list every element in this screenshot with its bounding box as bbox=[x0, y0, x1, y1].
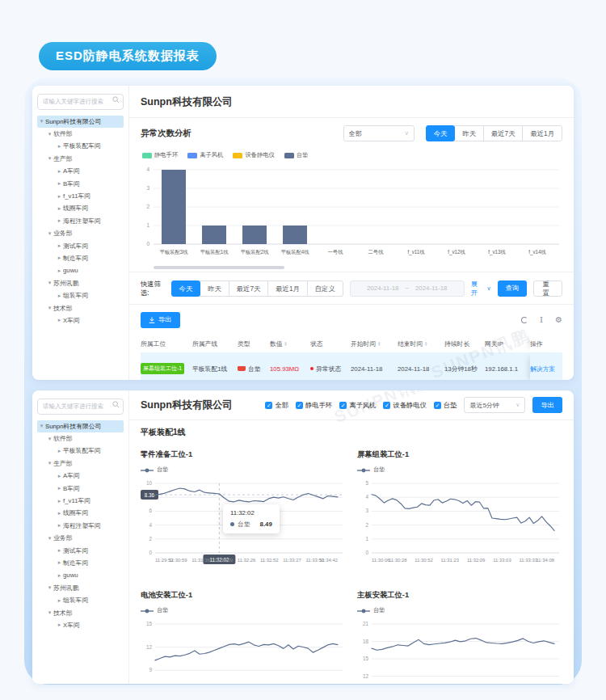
row-height-icon[interactable]: I bbox=[540, 316, 543, 324]
sort-icon[interactable]: ▲▼ bbox=[424, 341, 427, 346]
tree-item-15[interactable]: ▾技术部 bbox=[37, 302, 124, 314]
chart-legend-item[interactable]: 台垫 bbox=[141, 464, 346, 474]
cell-type: 台垫 bbox=[238, 365, 270, 373]
panel1-content: Sunpn科技有限公司 异常次数分析 全部 ∨ 今天昨天最近7天最近1月 静电手… bbox=[129, 86, 574, 380]
search-input[interactable] bbox=[37, 94, 124, 110]
tree-item-4[interactable]: ▸A车间 bbox=[37, 165, 124, 177]
filter-button-2[interactable]: 最近7天 bbox=[229, 280, 269, 297]
tree-item-2[interactable]: ▸平板装配车间 bbox=[37, 445, 124, 457]
legend-swatch bbox=[284, 153, 294, 158]
col-header-6[interactable]: 结束时间▲▼ bbox=[398, 339, 444, 348]
tree-item-11[interactable]: ▸制造车间 bbox=[37, 252, 124, 264]
tree-item-0[interactable]: ▾Sunpn科技有限公司 bbox=[37, 420, 124, 432]
range-button-3[interactable]: 最近1月 bbox=[522, 125, 562, 141]
col-header-5[interactable]: 开始时间▲▼ bbox=[351, 339, 398, 348]
interval-select[interactable]: 最近5分钟 ∨ bbox=[464, 397, 525, 413]
tree-item-1[interactable]: ▾软件部 bbox=[37, 432, 124, 445]
tree-item-5[interactable]: ▸B车间 bbox=[37, 177, 124, 189]
table-row[interactable]: 屏幕组装工位-1 平板装配1线 台垫 105.93MΩ 异常状态 2024-11… bbox=[141, 352, 562, 380]
checkbox-3[interactable]: ✓设备静电仪 bbox=[383, 401, 426, 410]
tree-item-6[interactable]: ▸f_v11车间 bbox=[37, 190, 124, 202]
chart-legend-item[interactable]: 台垫 bbox=[141, 605, 346, 615]
range-button-1[interactable]: 昨天 bbox=[454, 125, 484, 141]
refresh-icon[interactable] bbox=[521, 317, 528, 323]
svg-text:12: 12 bbox=[363, 673, 369, 679]
tree-item-12[interactable]: ▸guwu bbox=[37, 264, 124, 276]
tree-item-13[interactable]: ▾苏州讯鹏 bbox=[37, 277, 124, 289]
svg-text:11:30:06: 11:30:06 bbox=[372, 558, 390, 563]
legend-item-2[interactable]: 设备静电仪 bbox=[233, 151, 274, 159]
export-button[interactable]: 导出 bbox=[141, 312, 180, 328]
tree-item-7[interactable]: ▸线圈车间 bbox=[37, 202, 124, 214]
org-sidebar-2: ▾Sunpn科技有限公司▾软件部▸平板装配车间▾生产部▸A车间▸B车间▸f_v1… bbox=[32, 390, 129, 684]
svg-text:0: 0 bbox=[146, 241, 149, 247]
tree-item-9[interactable]: ▾业务部 bbox=[37, 227, 124, 239]
checkbox-2[interactable]: ✓离子风机 bbox=[339, 401, 376, 410]
tree-item-9[interactable]: ▾业务部 bbox=[37, 532, 124, 544]
checkbox-0[interactable]: ✓全部 bbox=[265, 401, 288, 410]
tree-item-13[interactable]: ▾苏州讯鹏 bbox=[37, 582, 124, 594]
expand-link[interactable]: 展开∨ bbox=[471, 280, 491, 297]
tree-item-1[interactable]: ▾软件部 bbox=[37, 128, 124, 140]
reset-button[interactable]: 重置 bbox=[533, 280, 562, 297]
tree-item-8[interactable]: ▸海程注塑车间 bbox=[37, 520, 124, 532]
checkbox-4[interactable]: ✓台垫 bbox=[434, 401, 457, 410]
export-button-2[interactable]: 导出 bbox=[532, 397, 562, 413]
sort-icon[interactable]: ▲▼ bbox=[284, 341, 288, 346]
filter-button-3[interactable]: 最近1月 bbox=[267, 280, 308, 297]
query-button[interactable]: 查询 bbox=[498, 280, 528, 297]
caret-down-icon: ▾ bbox=[46, 280, 53, 286]
cell-line: 平板装配1线 bbox=[192, 365, 238, 373]
line-chart-mainboard: 912151821 bbox=[357, 619, 562, 684]
tree-item-label: 业务部 bbox=[53, 229, 72, 238]
svg-text:0: 0 bbox=[365, 550, 368, 555]
sort-icon[interactable]: ▲▼ bbox=[377, 341, 381, 346]
tree-item-10[interactable]: ▸测试车间 bbox=[37, 544, 124, 556]
panel2-controls: ✓全部✓静电手环✓离子风机✓设备静电仪✓台垫 最近5分钟 ∨ 导出 bbox=[265, 397, 562, 413]
gear-icon[interactable]: ⚙ bbox=[555, 316, 562, 324]
line-chart-parts: 11:32:02 台垫8.49 02468108.3611:32:0211:29… bbox=[141, 479, 346, 569]
filter-button-1[interactable]: 昨天 bbox=[200, 280, 229, 297]
tree-item-12[interactable]: ▸guwu bbox=[37, 569, 124, 581]
tree-item-0[interactable]: ▾Sunpn科技有限公司 bbox=[37, 116, 124, 128]
tree-item-3[interactable]: ▾生产部 bbox=[37, 458, 124, 470]
col-header-3[interactable]: 数值▲▼ bbox=[270, 339, 310, 348]
svg-text:4: 4 bbox=[146, 167, 149, 172]
chart-scrollbar[interactable] bbox=[154, 266, 284, 269]
tree-item-7[interactable]: ▸线圈车间 bbox=[37, 507, 124, 519]
tree-item-6[interactable]: ▸f_v11车间 bbox=[37, 495, 124, 507]
legend-item-0[interactable]: 静电手环 bbox=[142, 151, 178, 159]
filter-button-4[interactable]: 自定义 bbox=[307, 280, 343, 297]
tree-item-14[interactable]: ▸组装车间 bbox=[37, 289, 124, 302]
range-button-0[interactable]: 今天 bbox=[426, 125, 456, 141]
chart-legend-item[interactable]: 台垫 bbox=[357, 464, 562, 474]
tree-item-5[interactable]: ▸B车间 bbox=[37, 482, 124, 494]
page-title: ESD防静电系统数据报表 bbox=[39, 42, 217, 70]
tree-item-16[interactable]: ▸X车间 bbox=[37, 619, 124, 631]
tree-item-14[interactable]: ▸组装车间 bbox=[37, 594, 124, 606]
cell-duration: 13分钟18秒 bbox=[444, 365, 485, 373]
solution-link[interactable]: 解决方案 bbox=[530, 365, 555, 373]
range-button-2[interactable]: 最近7天 bbox=[483, 125, 524, 141]
tree-item-2[interactable]: ▸平板装配车间 bbox=[37, 140, 124, 152]
tree-item-3[interactable]: ▾生产部 bbox=[37, 153, 124, 165]
chart-legend-item[interactable]: 台垫 bbox=[357, 605, 562, 615]
svg-text:11:32:09: 11:32:09 bbox=[215, 558, 234, 563]
line-marker-icon bbox=[141, 462, 154, 477]
checkbox-1[interactable]: ✓静电手环 bbox=[296, 401, 332, 410]
type-select[interactable]: 全部 ∨ bbox=[343, 125, 415, 141]
tree-item-4[interactable]: ▸A车间 bbox=[37, 470, 124, 482]
date-range-input[interactable]: 2024-11-18 ~ 2024-11-18 bbox=[350, 280, 465, 297]
tree-item-10[interactable]: ▸测试车间 bbox=[37, 239, 124, 251]
tree-item-15[interactable]: ▾技术部 bbox=[37, 606, 124, 618]
tree-item-16[interactable]: ▸X车间 bbox=[37, 314, 124, 327]
search-input[interactable] bbox=[37, 398, 124, 415]
caret-right-icon: ▸ bbox=[56, 522, 63, 529]
tree-item-11[interactable]: ▸制造车间 bbox=[37, 557, 124, 569]
line-marker-icon bbox=[357, 462, 370, 477]
checkbox-label: 设备静电仪 bbox=[393, 401, 426, 410]
legend-item-1[interactable]: 离子风机 bbox=[187, 151, 223, 159]
filter-button-0[interactable]: 今天 bbox=[171, 280, 201, 297]
legend-item-3[interactable]: 台垫 bbox=[284, 151, 309, 159]
tree-item-8[interactable]: ▸海程注塑车间 bbox=[37, 215, 124, 227]
